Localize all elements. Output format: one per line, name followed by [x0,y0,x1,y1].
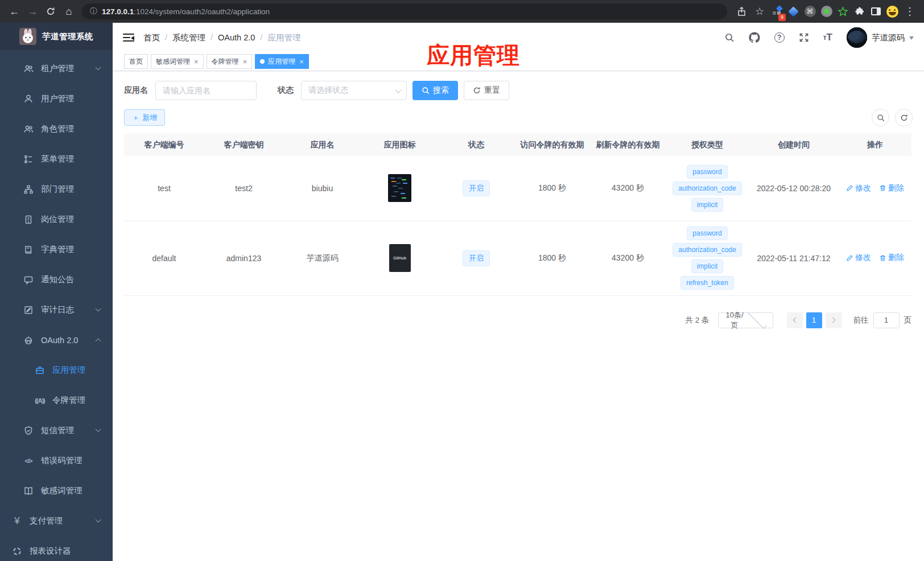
status-select[interactable]: 请选择状态 [301,81,407,100]
sidebar-item-sensitive[interactable]: 敏感词管理 [0,476,113,506]
extension-record-icon[interactable] [819,4,834,19]
sidebar-item-post[interactable]: 岗位管理 [0,204,113,234]
breadcrumb-system[interactable]: 系统管理 [172,32,205,43]
col-refresh-validity: 刷新令牌的有效期 [590,134,666,156]
sidebar-item-oauth[interactable]: OAuth 2.0 [0,325,113,355]
sidebar-item-pay[interactable]: ¥ 支付管理 [0,506,113,536]
prev-page-button[interactable] [787,312,803,328]
share-button[interactable] [733,3,750,20]
close-icon[interactable]: × [194,58,199,65]
user-menu[interactable]: 芋道源码 [847,27,914,48]
delete-link[interactable]: 删除 [879,183,904,193]
sidebar-item-tenant[interactable]: 租户管理 [0,53,113,84]
search-button[interactable]: 搜索 [412,81,458,100]
chevron-left-icon [793,317,798,323]
extension-command-icon[interactable]: ⌘ [802,4,818,19]
total-count: 共 2 条 [685,315,709,325]
refresh-icon [900,114,908,122]
extension-star-icon[interactable] [835,4,851,19]
goto-label: 前往 [853,315,869,325]
header-search-icon[interactable] [724,32,735,43]
user-name: 芋道源码 [872,32,905,43]
delete-link[interactable]: 删除 [879,253,904,263]
reload-button[interactable] [42,3,59,20]
sidebar-item-label: 字典管理 [41,244,74,255]
sidebar-item-oauth-app[interactable]: 应用管理 [0,355,113,385]
fullscreen-icon[interactable] [799,32,809,43]
sidebar-item-audit-log[interactable]: 审计日志 [0,295,113,325]
grant-tag: implicit [691,259,724,273]
goto-page-input[interactable] [873,312,900,328]
sidebar-item-errcode[interactable]: </> 错误码管理 [0,446,113,476]
tab-token[interactable]: 令牌管理× [207,54,253,69]
bookmark-button[interactable]: ☆ [751,3,768,20]
close-icon[interactable]: × [299,58,304,65]
grant-type-tags: password authorization_code implicit ref… [666,226,749,290]
reset-button[interactable]: 重置 [464,81,509,100]
extensions-puzzle-icon[interactable] [852,4,867,19]
address-bar[interactable]: ⓘ 127.0.0.1:1024/system/oauth2/oauth2/ap… [82,3,727,19]
extension-grid-icon[interactable]: 9 [769,4,785,19]
shield-icon [23,426,34,436]
sidebar-collapse-button[interactable] [123,34,134,42]
back-button[interactable]: ← [6,3,23,20]
github-icon[interactable] [749,32,760,43]
sidebar-item-menu-mgmt[interactable]: 菜单管理 [0,144,113,174]
sidebar-item-report[interactable]: 报表设计器 [0,536,113,561]
sidebar-item-label: 报表设计器 [30,546,71,556]
app-name-label: 应用名 [124,85,148,96]
cell-app-name: biubiu [283,156,361,221]
grant-tag: password [687,226,727,240]
sidebar-item-oauth-token[interactable]: ((A)) 令牌管理 [0,385,113,415]
sidebar-item-role[interactable]: 角色管理 [0,114,113,144]
page-size-select[interactable]: 10条/页 [718,312,773,328]
cell-client-secret: test2 [204,156,283,221]
col-app-icon: 应用图标 [361,134,438,156]
plus-icon: ＋ [132,113,139,123]
add-button[interactable]: ＋ 新增 [124,109,165,126]
breadcrumb-current: 应用管理 [267,32,300,43]
app-logo[interactable]: 芋道管理系统 [0,23,113,50]
page-1-button[interactable]: 1 [806,312,822,328]
site-info-icon[interactable]: ⓘ [90,6,97,16]
sidebar-item-dept[interactable]: 部门管理 [0,174,113,204]
help-icon[interactable]: ? [774,32,785,43]
caret-down-icon [909,36,914,42]
extension-diamond-icon[interactable] [786,4,801,19]
home-button[interactable]: ⌂ [60,3,77,20]
table-row: default admin123 芋道源码 GitHub 开启 1800 秒 4… [124,221,911,295]
grant-tag: refresh_token [680,276,733,290]
toggle-search-button[interactable] [872,109,889,126]
tab-sensitive[interactable]: 敏感词管理× [151,54,204,69]
close-icon[interactable]: × [243,58,248,65]
tab-home[interactable]: 首页 [124,54,148,69]
cell-client-secret: admin123 [204,221,283,295]
sidebar-item-label: 审计日志 [41,304,74,315]
sidebar-item-sms[interactable]: 短信管理 [0,415,113,446]
forward-button[interactable]: → [24,3,41,20]
briefcase-icon [34,365,46,376]
next-page-button[interactable] [826,312,842,328]
side-panel-icon[interactable] [868,4,884,19]
col-app-name: 应用名 [283,134,361,156]
breadcrumb-oauth[interactable]: OAuth 2.0 [218,33,255,42]
sidebar-item-dict[interactable]: 字典管理 [0,234,113,265]
app-icon-image: GitHub [389,244,411,272]
org-chart-icon [23,184,34,195]
breadcrumb-home[interactable]: 首页 [143,32,160,43]
edit-icon [846,184,853,192]
grant-type-tags: password authorization_code implicit [666,165,749,212]
app-name-input[interactable] [155,81,257,100]
tab-application[interactable]: 应用管理× [255,54,309,69]
sidebar-item-notice[interactable]: 通知公告 [0,265,113,295]
chevron-down-icon [96,65,101,71]
font-size-icon[interactable]: тT [823,32,832,43]
sidebar-item-user[interactable]: 用户管理 [0,84,113,114]
edit-link[interactable]: 修改 [846,253,871,263]
col-client-secret: 客户端密钥 [204,134,283,156]
refresh-table-button[interactable] [895,109,913,126]
col-access-validity: 访问令牌的有效期 [514,134,590,156]
browser-menu-button[interactable]: ⋮ [901,3,918,20]
edit-link[interactable]: 修改 [846,183,871,193]
profile-emoji-icon[interactable] [885,4,900,19]
